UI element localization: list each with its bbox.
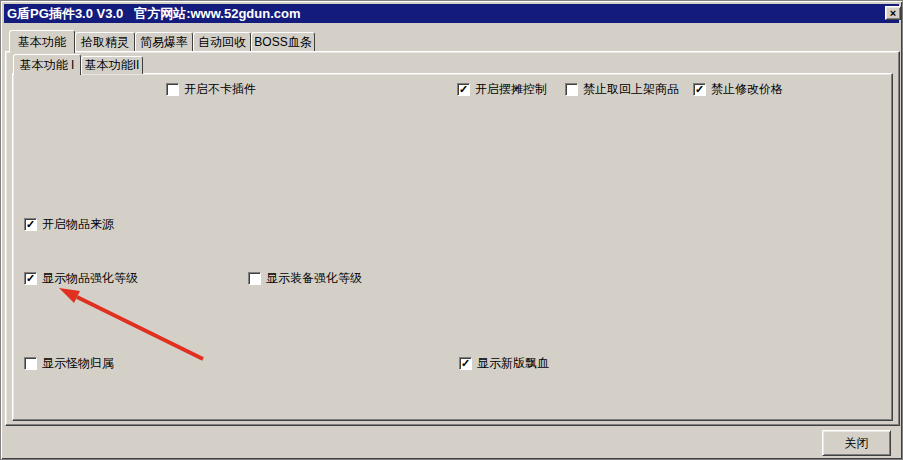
tab-droprate[interactable]: 简易爆率 bbox=[135, 32, 193, 51]
checkbox-no-price-edit[interactable]: ✓ bbox=[693, 83, 706, 96]
tab-bosshp[interactable]: BOSS血条 bbox=[251, 32, 315, 51]
tab-autorecycle[interactable]: 自动回收 bbox=[193, 32, 251, 51]
tab-pickup[interactable]: 拾取精灵 bbox=[75, 32, 135, 51]
checkbox-show-bag-enhance[interactable]: ✓ bbox=[24, 272, 37, 285]
checkbox-label[interactable]: 禁止修改价格 bbox=[711, 81, 783, 98]
group-item-source-legend: ✓ 开启物品来源 bbox=[21, 217, 117, 232]
checkbox-show-blood-float[interactable]: ✓ bbox=[459, 357, 472, 370]
group-nolag-legend: 开启不卡插件 bbox=[163, 82, 259, 97]
checkbox-label[interactable]: 禁止取回上架商品 bbox=[583, 81, 679, 98]
checkbox-show-body-enhance[interactable] bbox=[248, 272, 261, 285]
tab-label: 拾取精灵 bbox=[81, 34, 129, 51]
window-title: G盾PG插件3.0 V3.0 官方网站:www.52gdun.com bbox=[7, 5, 301, 23]
tab-label: 自动回收 bbox=[198, 34, 246, 51]
tab-label: 基本功能 bbox=[18, 34, 66, 51]
group-blood-legend: ✓ 显示新版飘血 bbox=[456, 356, 552, 371]
group-body-enhance-legend: 显示装备强化等级 bbox=[245, 271, 365, 286]
close-button[interactable]: 关闭 bbox=[822, 430, 891, 456]
checkbox-enable-stall-control[interactable]: ✓ bbox=[457, 83, 470, 96]
group-title: 显示怪物归属 bbox=[42, 355, 114, 372]
tab-label: 基本功能 I bbox=[20, 57, 75, 74]
tab-basic-1[interactable]: 基本功能 I bbox=[13, 54, 81, 75]
group-bag-enhance-legend: ✓ 显示物品强化等级 bbox=[21, 271, 141, 286]
close-window-button[interactable]: × bbox=[885, 6, 901, 20]
stall-legend-1: ✓ 开启摆摊控制 bbox=[454, 82, 550, 97]
group-monster-owner-legend: 显示怪物归属 bbox=[21, 356, 117, 371]
checkbox-enable-nolag[interactable] bbox=[166, 83, 179, 96]
inner-tab-page bbox=[12, 73, 893, 421]
group-title: 显示新版飘血 bbox=[477, 355, 549, 372]
stall-legend-3: ✓ 禁止修改价格 bbox=[690, 82, 786, 97]
tab-label: BOSS血条 bbox=[254, 34, 311, 51]
tab-label: 基本功能II bbox=[85, 57, 140, 74]
checkbox-show-monster-owner[interactable] bbox=[24, 357, 37, 370]
titlebar: G盾PG插件3.0 V3.0 官方网站:www.52gdun.com bbox=[4, 4, 899, 23]
checkbox-enable-item-source[interactable]: ✓ bbox=[24, 218, 37, 231]
group-title: 开启不卡插件 bbox=[184, 81, 256, 98]
checkbox-label[interactable]: 开启摆摊控制 bbox=[475, 81, 547, 98]
group-title: 显示装备强化等级 bbox=[266, 270, 362, 287]
checkbox-no-take-back[interactable] bbox=[565, 83, 578, 96]
tab-label: 简易爆率 bbox=[140, 34, 188, 51]
group-title: 开启物品来源 bbox=[42, 216, 114, 233]
stall-legend-2: 禁止取回上架商品 bbox=[562, 82, 682, 97]
plugin-window: G盾PG插件3.0 V3.0 官方网站:www.52gdun.com × 基本功… bbox=[0, 0, 903, 460]
group-title: 显示物品强化等级 bbox=[42, 270, 138, 287]
tab-basic-2[interactable]: 基本功能II bbox=[81, 56, 143, 74]
tab-basic[interactable]: 基本功能 bbox=[9, 30, 75, 53]
